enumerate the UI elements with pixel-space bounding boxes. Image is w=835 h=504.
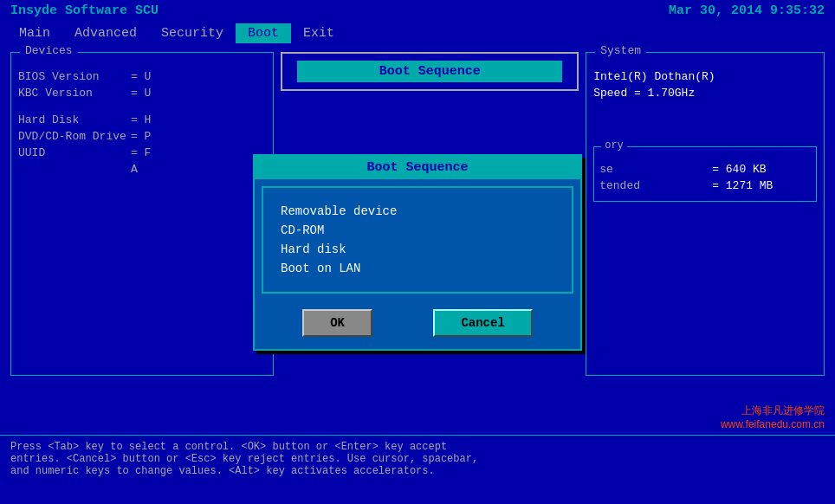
dialog-body: Removable device CD-ROM Hard disk Boot o… [262,186,573,294]
boot-item-2[interactable]: Hard disk [281,240,554,259]
ok-button[interactable]: OK [302,309,372,337]
boot-item-0[interactable]: Removable device [281,202,554,221]
dialog-buttons: OK Cancel [255,300,580,349]
boot-item-1[interactable]: CD-ROM [281,221,554,240]
dialog-title: Boot Sequence [255,156,580,179]
bios-screen: Insyde Software SCU Mar 30, 2014 9:35:32… [0,0,835,504]
modal-overlay: Boot Sequence Removable device CD-ROM Ha… [0,0,835,504]
boot-item-3[interactable]: Boot on LAN [281,259,554,278]
boot-sequence-dialog: Boot Sequence Removable device CD-ROM Ha… [253,154,582,351]
cancel-button[interactable]: Cancel [433,309,532,337]
